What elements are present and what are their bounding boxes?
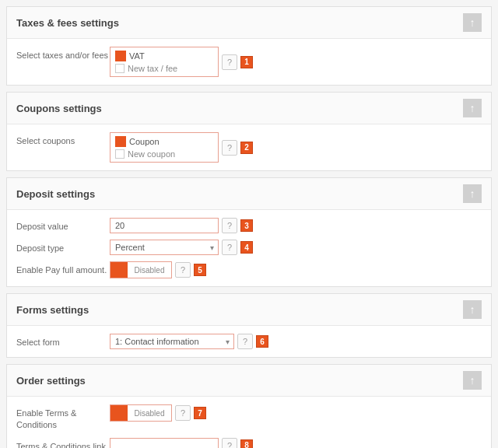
tag-color: [115, 136, 126, 147]
form-controls-deposit-2: Disabled?5: [110, 261, 206, 278]
tag-item: VAT: [115, 51, 213, 61]
badge: 2: [240, 142, 253, 154]
form-row-order-0: Enable Terms & ConditionsDisabled?7: [16, 404, 482, 432]
upload-button-deposit[interactable]: ↑: [463, 184, 482, 203]
new-item-row: New tax / fee: [115, 64, 213, 73]
form-label-coupons-0: Select coupons: [16, 132, 110, 147]
section-title-taxes: Taxes & fees settings: [16, 17, 119, 29]
form-label-order-1: Terms & Conditions link: [16, 438, 110, 448]
section-title-forms: Forms settings: [16, 304, 89, 316]
badge: 1: [240, 56, 253, 68]
toggle-row-order-0[interactable]: Disabled: [110, 404, 172, 422]
toggle-label: Disabled: [128, 409, 171, 418]
badge: 3: [240, 219, 253, 232]
form-controls-forms-0: 1: Contact information?6: [110, 334, 268, 349]
tag-color: [115, 51, 126, 61]
section-forms: Forms settings↑Select form1: Contact inf…: [6, 293, 492, 358]
info-icon[interactable]: ?: [222, 438, 237, 448]
form-row-deposit-1: Deposit typePercent?4: [16, 240, 482, 255]
form-controls-order-1: ?8: [110, 438, 253, 448]
text-input-order-1[interactable]: [110, 438, 219, 448]
tag-item: Coupon: [115, 136, 213, 147]
section-body-coupons: Select couponsCouponNew coupon?2: [7, 124, 491, 170]
form-label-order-0: Enable Terms & Conditions: [16, 404, 110, 432]
toggle-row-deposit-2[interactable]: Disabled: [110, 261, 172, 278]
section-header-order: Order settings↑: [7, 365, 491, 397]
form-row-taxes-0: Select taxes and/or feesVATNew tax / fee…: [16, 47, 482, 77]
page-wrapper: Taxes & fees settings↑Select taxes and/o…: [0, 0, 498, 448]
toggle-red-indicator: [110, 405, 128, 421]
section-body-order: Enable Terms & ConditionsDisabled?7Terms…: [7, 397, 491, 448]
form-controls-order-0: Disabled?7: [110, 404, 206, 422]
form-label-deposit-0: Deposit value: [16, 218, 110, 233]
badge: 6: [256, 335, 268, 348]
badge: 7: [194, 407, 206, 419]
form-row-coupons-0: Select couponsCouponNew coupon?2: [16, 132, 482, 163]
badge: 8: [240, 439, 253, 448]
section-title-order: Order settings: [16, 375, 86, 387]
form-label-deposit-2: Enable Pay full amount.: [16, 261, 110, 276]
form-label-deposit-1: Deposit type: [16, 240, 110, 254]
toggle-disabled[interactable]: Disabled: [110, 261, 172, 278]
toggle-label: Disabled: [128, 266, 171, 275]
form-row-deposit-2: Enable Pay full amount.Disabled?5: [16, 261, 482, 278]
tag-box-coupons-0[interactable]: CouponNew coupon: [110, 132, 219, 163]
section-order: Order settings↑Enable Terms & Conditions…: [6, 364, 492, 448]
new-item-checkbox[interactable]: [115, 149, 124, 159]
section-header-taxes: Taxes & fees settings↑: [7, 7, 491, 39]
form-label-forms-0: Select form: [16, 334, 110, 348]
form-row-order-1: Terms & Conditions link?8: [16, 438, 482, 448]
upload-button-forms[interactable]: ↑: [463, 300, 482, 319]
tag-box-taxes-0[interactable]: VATNew tax / fee: [110, 47, 219, 77]
new-item-text: New tax / fee: [128, 64, 177, 73]
new-item-row: New coupon: [115, 149, 213, 159]
form-label-taxes-0: Select taxes and/or fees: [16, 47, 110, 61]
section-header-coupons: Coupons settings↑: [7, 93, 491, 124]
section-body-forms: Select form1: Contact information?6: [7, 326, 491, 357]
info-icon[interactable]: ?: [222, 240, 237, 255]
section-taxes: Taxes & fees settings↑Select taxes and/o…: [6, 6, 492, 86]
select-wrapper-deposit-1: Percent: [110, 240, 219, 255]
form-row-forms-0: Select form1: Contact information?6: [16, 334, 482, 349]
info-icon[interactable]: ?: [222, 54, 237, 70]
section-coupons: Coupons settings↑Select couponsCouponNew…: [6, 92, 492, 171]
select-wrapper-forms-0: 1: Contact information: [110, 334, 234, 349]
tag-text: VAT: [129, 51, 145, 61]
select-input-forms-0[interactable]: 1: Contact information: [110, 334, 234, 349]
badge: 4: [240, 241, 253, 254]
info-icon[interactable]: ?: [237, 334, 253, 349]
info-icon[interactable]: ?: [222, 140, 237, 156]
section-body-taxes: Select taxes and/or feesVATNew tax / fee…: [7, 39, 491, 85]
upload-button-coupons[interactable]: ↑: [463, 99, 482, 117]
form-controls-deposit-1: Percent?4: [110, 240, 253, 255]
section-header-forms: Forms settings↑: [7, 294, 491, 326]
upload-button-order[interactable]: ↑: [463, 371, 482, 390]
tag-text: Coupon: [129, 137, 160, 146]
toggle-red-indicator: [110, 262, 128, 278]
toggle-disabled[interactable]: Disabled: [110, 404, 172, 422]
upload-button-taxes[interactable]: ↑: [463, 13, 482, 32]
new-item-text: New coupon: [128, 149, 175, 159]
select-input-deposit-1[interactable]: Percent: [110, 240, 219, 255]
form-controls-taxes-0: VATNew tax / fee?1: [110, 47, 253, 77]
info-icon[interactable]: ?: [175, 405, 191, 421]
section-header-deposit: Deposit settings↑: [7, 178, 491, 210]
form-row-deposit-0: Deposit value?3: [16, 218, 482, 233]
section-title-coupons: Coupons settings: [16, 103, 102, 114]
form-controls-coupons-0: CouponNew coupon?2: [110, 132, 253, 163]
section-title-deposit: Deposit settings: [16, 188, 95, 200]
text-input-deposit-0[interactable]: [110, 218, 219, 233]
form-controls-deposit-0: ?3: [110, 218, 253, 233]
section-deposit: Deposit settings↑Deposit value?3Deposit …: [6, 177, 492, 287]
info-icon[interactable]: ?: [222, 218, 237, 233]
info-icon[interactable]: ?: [175, 262, 191, 278]
badge: 5: [194, 264, 206, 276]
new-item-checkbox[interactable]: [115, 64, 124, 73]
section-body-deposit: Deposit value?3Deposit typePercent?4Enab…: [7, 210, 491, 286]
